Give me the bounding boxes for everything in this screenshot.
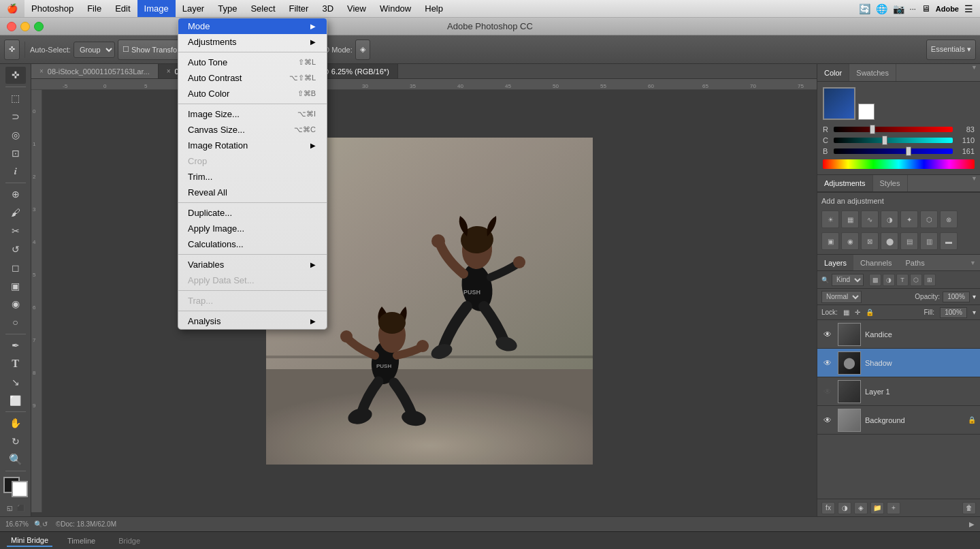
exposure-adj-icon[interactable]: ◑ [881, 210, 898, 228]
panel-options-arrow[interactable]: ▼ [971, 64, 980, 81]
rotate-view-tool[interactable]: ↻ [5, 433, 26, 450]
b-slider-thumb[interactable] [906, 146, 911, 156]
background-color[interactable] [12, 481, 28, 497]
color-swatches[interactable] [3, 477, 28, 497]
layer-adj-btn[interactable]: ◈ [854, 502, 868, 514]
screen-mode-btn[interactable]: ⬛ [16, 503, 26, 514]
menu-item-reveal-all[interactable]: Reveal All [178, 185, 327, 200]
document-tab-1[interactable]: × 08-iStock_000011057163Lar... [31, 64, 159, 78]
colorbalance-adj-icon[interactable]: ⊗ [940, 210, 958, 228]
menu-photoshop[interactable]: Photoshop [24, 0, 80, 17]
channels-tab[interactable]: Channels [853, 255, 898, 270]
r-slider-track[interactable] [834, 127, 953, 132]
blur-tool[interactable]: ◉ [5, 296, 26, 313]
r-slider-thumb[interactable] [870, 125, 875, 134]
menu-item-auto-tone[interactable]: Auto Tone ⇧⌘L [178, 54, 327, 70]
auto-select-dropdown[interactable]: Group Layer [74, 42, 115, 58]
lock-all-icon[interactable]: 🔒 [866, 309, 874, 316]
brush-tool[interactable]: 🖌 [5, 204, 26, 221]
tab-close-1[interactable]: × [39, 67, 44, 75]
layer-new-btn[interactable]: + [887, 502, 900, 514]
photo-filter-adj-icon[interactable]: ◉ [841, 232, 859, 250]
swatches-tab[interactable]: Swatches [849, 64, 896, 81]
menu-item-variables[interactable]: Variables ▶ [178, 257, 327, 272]
menu-item-auto-contrast[interactable]: Auto Contrast ⌥⇧⌘L [178, 70, 327, 86]
b-slider-track[interactable] [834, 148, 953, 154]
lock-pixels-icon[interactable]: ▦ [843, 309, 849, 316]
threshold-adj-icon[interactable]: ▥ [920, 232, 938, 250]
menu-item-adjustments[interactable]: Adjustments ▶ [178, 34, 327, 50]
levels-adj-icon[interactable]: ▦ [841, 210, 859, 228]
curves-adj-icon[interactable]: ∿ [861, 210, 879, 228]
foreground-swatch[interactable] [823, 87, 855, 120]
move-tool[interactable]: ✜ [5, 67, 26, 84]
menu-item-analysis[interactable]: Analysis ▶ [178, 313, 327, 329]
menu-item-apply-image[interactable]: Apply Image... [178, 221, 327, 236]
lasso-tool[interactable]: ⊃ [5, 108, 26, 125]
gradient-tool[interactable]: ▣ [5, 277, 26, 294]
invert-adj-icon[interactable]: ⬤ [881, 232, 898, 250]
lock-position-icon[interactable]: ✛ [855, 309, 860, 316]
blend-mode-select[interactable]: Normal [821, 291, 862, 303]
fill-value[interactable]: 100% [940, 307, 967, 318]
maximize-button[interactable] [34, 22, 44, 31]
advance-arrow[interactable]: ▶ [969, 520, 975, 528]
layers-panel-arrow[interactable]: ▼ [970, 255, 980, 270]
marquee-tool[interactable]: ⬚ [5, 90, 26, 107]
c-slider-track[interactable] [834, 138, 953, 143]
layers-kind-select[interactable]: Kind [832, 274, 864, 286]
opacity-arrow[interactable]: ▾ [973, 293, 976, 300]
menu-item-auto-color[interactable]: Auto Color ⇧⌘B [178, 86, 327, 101]
gradient-map-adj-icon[interactable]: ▬ [940, 232, 958, 250]
bw-adj-icon[interactable]: ▣ [821, 232, 839, 250]
menu-3d[interactable]: 3D [315, 0, 340, 17]
brightness-adj-icon[interactable]: ☀ [821, 210, 839, 228]
vibrance-adj-icon[interactable]: ✦ [900, 210, 918, 228]
essentials-btn[interactable]: Essentials ▾ [926, 40, 976, 60]
filter-type-icon[interactable]: T [896, 274, 909, 286]
styles-tab[interactable]: Styles [873, 175, 908, 191]
filter-adj-icon[interactable]: ◑ [883, 274, 895, 286]
menu-image[interactable]: Image [137, 0, 176, 17]
bg-visibility-icon[interactable]: 👁 [821, 415, 834, 425]
color-spectrum[interactable] [823, 159, 975, 169]
menu-item-calculations[interactable]: Calculations... [178, 236, 327, 252]
adjustments-tab[interactable]: Adjustments [817, 175, 873, 191]
minimize-button[interactable] [20, 22, 30, 31]
mixer-adj-icon[interactable]: ⊠ [861, 232, 879, 250]
menu-item-duplicate[interactable]: Duplicate... [178, 205, 327, 221]
quick-mask-btn[interactable]: ◱ [5, 503, 15, 514]
fill-arrow[interactable]: ▾ [973, 309, 976, 316]
timeline-tab[interactable]: Timeline [63, 535, 99, 546]
shape-tool[interactable]: ⬜ [5, 392, 26, 409]
menu-layer[interactable]: Layer [176, 0, 212, 17]
menu-window[interactable]: Window [373, 0, 418, 17]
tab-close-2[interactable]: × [167, 67, 171, 75]
posterize-adj-icon[interactable]: ▤ [900, 232, 918, 250]
menu-edit[interactable]: Edit [108, 0, 137, 17]
menu-item-canvas-size[interactable]: Canvas Size... ⌥⌘C [178, 122, 327, 138]
spot-healing-tool[interactable]: ⊕ [5, 186, 26, 203]
crop-tool[interactable]: ⊡ [5, 144, 26, 161]
eraser-tool[interactable]: ◻ [5, 259, 26, 276]
layer-mask-btn[interactable]: ◑ [838, 502, 851, 514]
layer-fx-btn[interactable]: fx [821, 502, 835, 514]
shadow-visibility-icon[interactable]: 👁 [821, 358, 834, 368]
menu-item-trim[interactable]: Trim... [178, 169, 327, 185]
layer1-visibility-icon[interactable]: 👁 [821, 387, 834, 396]
paths-tab[interactable]: Paths [899, 255, 932, 270]
menu-filter[interactable]: Filter [282, 0, 316, 17]
hand-tool[interactable]: ✋ [5, 415, 26, 432]
eyedropper-tool[interactable]: 𝒊 [5, 163, 26, 180]
menu-item-image-size[interactable]: Image Size... ⌥⌘I [178, 106, 327, 122]
filter-pixel-icon[interactable]: ▩ [869, 274, 881, 286]
layer-delete-btn[interactable]: 🗑 [962, 502, 976, 514]
text-tool[interactable]: T [5, 355, 26, 372]
menu-item-image-rotation[interactable]: Image Rotation ▶ [178, 138, 327, 153]
filter-smart-icon[interactable]: ⊞ [924, 274, 936, 286]
layer-background[interactable]: 👁 Background 🔒 [817, 406, 980, 435]
move-tool-btn[interactable]: ✜ [4, 40, 20, 60]
color-tab[interactable]: Color [817, 64, 849, 81]
zoom-tool[interactable]: 🔍 [5, 452, 26, 469]
close-button[interactable] [7, 22, 16, 31]
